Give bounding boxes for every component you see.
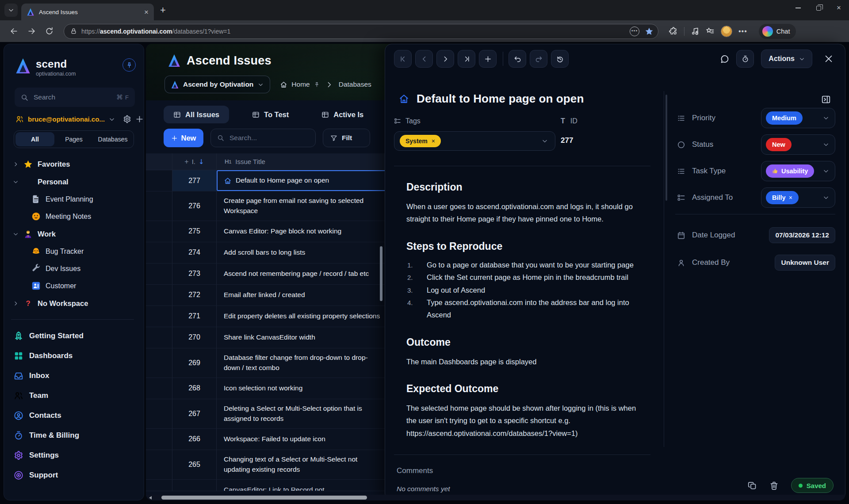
description-text[interactable]: When a user goes to ascend.optivationai.… [406,200,647,225]
extensions-icon[interactable] [669,27,678,36]
sidebar-item-inbox[interactable]: Inbox [11,366,139,386]
property-select-priority[interactable]: Medium [761,108,835,128]
duplicate-record-icon[interactable] [748,481,757,490]
timer-button[interactable] [736,50,754,68]
browser-tab[interactable]: Ascend Issues × [21,4,154,20]
back-button[interactable] [6,24,21,39]
row-handle[interactable] [146,170,172,191]
row-handle[interactable] [146,480,172,491]
sidebar-item-time-billing[interactable]: Time & Billing [11,425,139,445]
tab-search-button[interactable] [4,4,18,17]
horizontal-scrollbar[interactable] [146,495,845,500]
copilot-chat-button[interactable]: Chat [759,24,796,39]
value-pill-usability[interactable]: Usability [766,164,814,178]
collections-icon[interactable] [706,27,715,36]
sidebar-item-bug-tracker[interactable]: Bug Tracker [10,243,139,260]
restore-button[interactable] [808,0,829,16]
view-tab-all-issues[interactable]: All Issues [164,106,229,123]
filter-button[interactable]: Filt [323,129,370,147]
value-pill-billy[interactable]: Billy× [766,191,799,204]
breadcrumb-home[interactable]: Home [291,80,310,88]
detail-scrollbar-thumb[interactable] [665,95,667,201]
issue-title-cell[interactable]: Icon selection not working [217,378,390,399]
sidebar-item-dashboards[interactable]: Dashboards [11,346,139,366]
undo-button[interactable] [509,50,526,68]
reload-button[interactable] [42,24,57,39]
comments-icon[interactable] [720,54,729,64]
actions-button[interactable]: Actions [761,50,812,68]
scroll-left-arrow[interactable] [149,496,152,500]
outcome-text[interactable]: The main Dashboards page is displayed [406,355,647,368]
row-handle[interactable] [146,285,172,305]
new-issue-button[interactable]: New [164,129,203,147]
history-button[interactable] [551,50,569,68]
issue-title-cell[interactable]: Create page from email not saving to sel… [217,191,390,221]
sidebar-search-input[interactable]: Search ⌘F [15,88,135,107]
forward-button[interactable] [24,24,39,39]
add-column-icon[interactable]: + [184,158,188,166]
issue-title-cell[interactable]: Default to Home page on open [217,170,390,191]
row-handle[interactable] [146,263,172,284]
row-handle[interactable] [146,429,172,450]
row-handle[interactable] [146,450,172,479]
row-handle[interactable] [146,191,172,221]
sidebar-item-no-workspace[interactable]: ?No Workspace [10,294,139,312]
sidebar-item-work[interactable]: Work [10,225,139,243]
value-pill-new[interactable]: New [766,138,792,151]
account-switcher[interactable]: bruce@optivationai.co... [15,115,135,123]
sidebar-item-settings[interactable]: Settings [11,445,139,465]
breadcrumb-pin-icon[interactable] [314,82,320,88]
minimize-button[interactable] [788,0,808,16]
issue-title-cell[interactable]: Edit property deletes all existing prope… [217,306,390,327]
row-handle[interactable] [146,378,172,399]
workspace-selector[interactable]: Ascend by Optivation [164,76,270,93]
sidebar-item-meeting-notes[interactable]: Meeting Notes [10,208,139,225]
property-select-task-type[interactable]: Usability [761,161,835,181]
issue-title-cell[interactable]: Share link CanvasEditor width [217,327,390,348]
row-handle[interactable] [146,306,172,327]
row-handle[interactable] [146,221,172,242]
new-tab-button[interactable]: + [160,4,166,16]
issue-title-cell[interactable]: Canvas Editor: Page block not working [217,221,390,242]
issue-title[interactable]: Default to Home page on open [417,92,584,106]
expand-panel-icon[interactable] [821,95,831,104]
issue-title-cell[interactable]: Deleting a Select or Multi-Select option… [217,399,390,428]
add-record-button[interactable] [479,50,497,68]
sidebar-item-personal[interactable]: Personal [10,173,139,191]
row-handle[interactable] [146,242,172,263]
view-tab-to-test[interactable]: To Test [242,106,298,123]
next-record-button[interactable] [436,50,454,68]
sidebar-tab-databases[interactable]: Databases [93,132,132,146]
sidebar-tab-pages[interactable]: Pages [54,132,93,146]
close-detail-icon[interactable] [824,54,834,64]
row-handle[interactable] [146,399,172,428]
sidebar-item-event-planning[interactable]: Event Planning [10,191,139,208]
workspace-settings-icon[interactable] [123,115,131,123]
breadcrumb-databases[interactable]: Databases [339,80,371,88]
vertical-scrollbar-thumb[interactable] [380,246,382,301]
redo-button[interactable] [530,50,547,68]
close-window-button[interactable]: × [829,0,849,16]
tags-select[interactable]: System × [394,131,555,151]
bookmark-star-icon[interactable] [645,27,654,36]
tab-close-icon[interactable]: × [144,8,149,16]
row-handle[interactable] [146,348,172,378]
row-handle[interactable] [146,327,172,348]
issue-title-cell[interactable]: Changing text of a Select or Multi-Selec… [217,450,390,479]
sidebar-item-customer[interactable]: Customer [10,277,139,294]
tag-chip-system[interactable]: System × [400,135,441,147]
property-select-assigned-to[interactable]: Billy× [761,187,835,208]
value-pill-medium[interactable]: Medium [766,111,803,125]
settings-menu-icon[interactable]: ••• [738,27,747,35]
issues-search-input[interactable]: Search... [210,129,316,147]
last-record-button[interactable] [458,50,475,68]
profile-avatar[interactable] [721,26,732,37]
sort-descending-icon[interactable]: ↓ [199,158,204,166]
delete-record-icon[interactable] [769,481,779,490]
issue-title-cell[interactable]: Ascend not remembering page / record / t… [217,263,390,284]
id-column-header[interactable]: + I. ↓ [172,153,217,170]
add-workspace-icon[interactable] [135,115,144,123]
issue-title-cell[interactable]: Email after linked / created [217,285,390,305]
pin-sidebar-button[interactable] [122,58,136,72]
first-record-button[interactable] [394,50,412,68]
